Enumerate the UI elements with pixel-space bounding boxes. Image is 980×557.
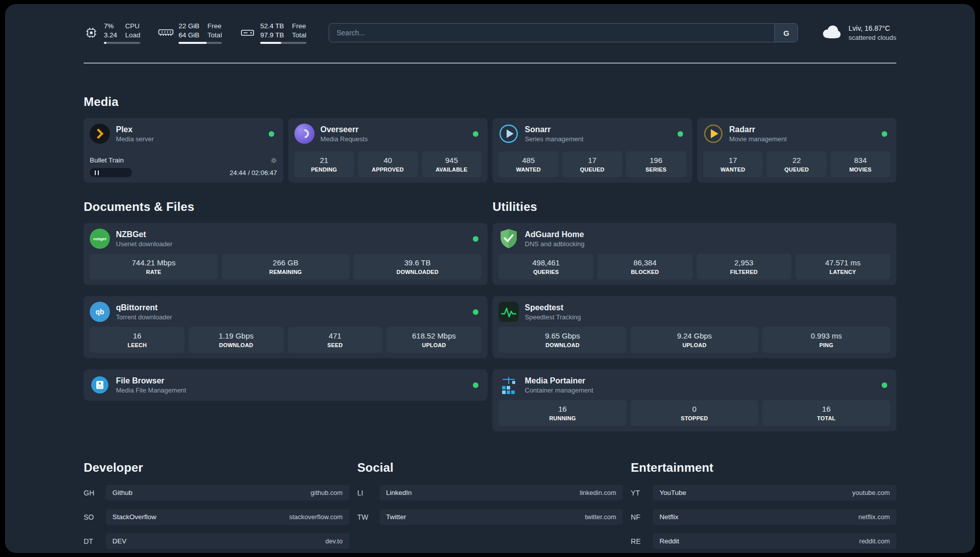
stat-value: 196 [650, 156, 662, 164]
stat-box: 9.24 Gbps UPLOAD [631, 327, 759, 353]
stat-value: 40 [384, 156, 392, 164]
stat-box: 47.571 ms LATENCY [795, 254, 890, 280]
nzbget-icon: nzbget [90, 229, 110, 249]
stat-box: 22 QUEUED [767, 151, 827, 177]
ram-icon [158, 28, 173, 38]
stat-label: REMAINING [269, 269, 302, 275]
app-card-nzbget[interactable]: nzbget NZBGet Usenet downloader 744.21 M… [84, 223, 487, 285]
ram-total-label: Total [208, 31, 222, 39]
bookmark-url: github.com [311, 489, 343, 496]
section-title-developer: Developer [84, 461, 349, 475]
bookmark-link-linkedin[interactable]: LinkedIn linkedin.com [380, 485, 623, 500]
app-name: File Browser [116, 376, 186, 385]
app-subtitle: Series management [525, 135, 583, 143]
app-subtitle: Media server [116, 135, 154, 143]
stat-label: UPLOAD [422, 342, 446, 348]
bookmark-name: Netflix [659, 513, 679, 521]
stat-value: 485 [522, 156, 535, 164]
radarr-icon [703, 124, 723, 144]
cpu-percent: 7% [104, 22, 117, 30]
section-title-entertainment: Entertainment [631, 461, 896, 475]
section-title-social: Social [357, 461, 623, 475]
app-card-filebrowser[interactable]: File Browser Media File Management [84, 369, 487, 401]
stat-box: 618.52 Mbps UPLOAD [387, 327, 481, 353]
app-card-radarr[interactable]: Radarr Movie management 17 WANTED 22 QUE… [697, 118, 897, 183]
stat-value: 17 [728, 156, 737, 164]
stat-box: 9.65 Gbps DOWNLOAD [499, 327, 627, 353]
bookmark-abbr: GH [84, 489, 101, 497]
bookmark-name: DEV [112, 537, 127, 545]
bookmark-url: dev.to [325, 537, 342, 545]
app-card-plex[interactable]: Plex Media server Bullet Train [84, 118, 283, 183]
status-dot [882, 131, 887, 137]
disk-free-value: 52.4 TB [260, 22, 284, 30]
section-documents: Documents & Files nzbget NZBGet Usenet d… [84, 200, 487, 401]
bookmark-row-github: GH Github github.com [84, 485, 349, 500]
status-dot [473, 382, 478, 388]
app-name: Speedtest [525, 303, 581, 312]
playback-bar[interactable] [90, 168, 132, 177]
cpu-load-value: 3.24 [104, 31, 117, 39]
stat-value: 945 [445, 156, 458, 164]
stat-value: 17 [588, 156, 596, 164]
bookmark-row-dev: DT DEV dev.to [84, 533, 349, 549]
app-card-sonarr[interactable]: Sonarr Series management 485 WANTED 17 Q… [493, 118, 692, 183]
bookmark-row-linkedin: LI LinkedIn linkedin.com [357, 485, 623, 500]
gear-icon[interactable] [270, 157, 277, 164]
stat-label: PENDING [311, 166, 337, 173]
stat-value: 498,461 [532, 258, 560, 267]
bookmark-url: twitter.com [585, 513, 616, 521]
stat-label: UPLOAD [683, 342, 707, 348]
stat-box: 0.993 ms PING [762, 327, 890, 353]
ram-free-label: Free [208, 22, 222, 30]
bookmark-link-dev[interactable]: DEV dev.to [106, 533, 349, 549]
stat-value: 0 [692, 405, 696, 413]
bookmark-link-netflix[interactable]: Netflix netflix.com [653, 509, 896, 525]
app-card-qbittorrent[interactable]: qb qBittorrent Torrent downloader 16 LEE… [84, 296, 487, 358]
bookmark-link-github[interactable]: Github github.com [106, 485, 349, 500]
stat-value: 2,953 [734, 258, 754, 267]
stat-label: WANTED [720, 166, 745, 173]
stat-label: LATENCY [830, 269, 856, 275]
search-engine-button[interactable]: G [774, 24, 798, 42]
bookmark-abbr: NF [631, 513, 648, 521]
cloud-icon [820, 24, 842, 42]
disk-widget: 52.4 TB 97.9 TB Free Total [240, 22, 307, 44]
stat-label: FILTERED [730, 269, 758, 275]
search-input[interactable] [329, 24, 775, 42]
stat-label: DOWNLOAD [545, 342, 580, 348]
disk-usage-bar [260, 42, 307, 44]
stat-label: BLOCKED [631, 269, 659, 275]
filebrowser-icon [90, 375, 110, 395]
bookmark-link-youtube[interactable]: YouTube youtube.com [653, 485, 896, 500]
bookmark-name: Reddit [659, 537, 679, 545]
stat-box: 498,461 QUERIES [499, 254, 593, 280]
section-entertainment: Entertainment YT YouTube youtube.com NF … [631, 461, 896, 549]
app-card-overseerr[interactable]: Overseerr Media Requests 21 PENDING 40 A… [288, 118, 488, 183]
stat-value: 9.24 Gbps [677, 331, 712, 340]
bookmark-abbr: LI [357, 489, 375, 497]
weather-condition: scattered clouds [848, 34, 896, 41]
cpu-usage-fill [104, 42, 106, 44]
app-card-adguard[interactable]: AdGuard Home DNS and adblocking 498,461 … [493, 223, 896, 285]
stat-label: RATE [146, 269, 161, 275]
search-bar: G [329, 23, 799, 42]
bookmark-link-twitter[interactable]: Twitter twitter.com [380, 509, 623, 525]
app-card-speedtest[interactable]: Speedtest Speedtest Tracking 9.65 Gbps D… [493, 296, 896, 358]
pause-icon[interactable] [95, 171, 99, 175]
app-card-portainer[interactable]: Media Portainer Container management 16 … [493, 369, 896, 431]
stat-box: 16 LEECH [90, 327, 185, 353]
stat-value: 39.6 TB [404, 258, 431, 267]
bookmark-link-stackoverflow[interactable]: StackOverflow stackoverflow.com [106, 509, 349, 525]
portainer-icon [499, 375, 519, 395]
stat-label: LEECH [128, 342, 147, 348]
stat-box: 16 TOTAL [762, 400, 890, 426]
app-subtitle: Torrent downloader [116, 313, 172, 321]
stat-box: 86,384 BLOCKED [597, 254, 692, 280]
stat-label: DOWNLOADED [397, 269, 439, 275]
overseerr-icon [294, 124, 315, 144]
bookmark-name: Github [112, 489, 133, 496]
bookmark-link-reddit[interactable]: Reddit reddit.com [653, 533, 896, 549]
disk-total-label: Total [292, 31, 307, 39]
section-title-media: Media [84, 95, 896, 109]
